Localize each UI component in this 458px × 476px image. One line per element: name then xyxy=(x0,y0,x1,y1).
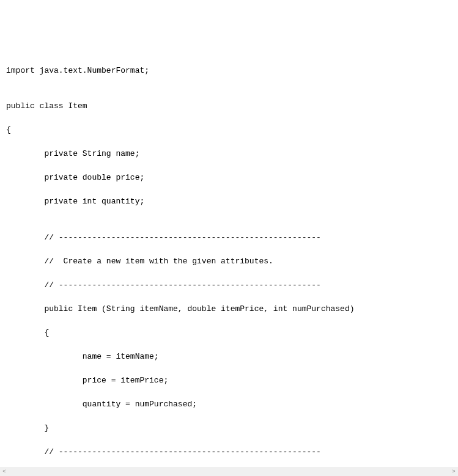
code-line: import java.text.NumberFormat; xyxy=(6,65,452,77)
code-line: quantity = numPurchased; xyxy=(6,398,452,411)
code-line: // -------------------------------------… xyxy=(6,446,452,458)
code-line: private String name; xyxy=(6,148,452,160)
scroll-track[interactable] xyxy=(9,468,449,476)
horizontal-scrollbar[interactable]: < > xyxy=(0,467,458,476)
code-editor-pane: import java.text.NumberFormat; public cl… xyxy=(6,53,452,476)
code-line: private int quantity; xyxy=(6,196,452,208)
code-line: name = itemName; xyxy=(6,351,452,363)
scroll-right-arrow-icon[interactable]: > xyxy=(449,468,458,477)
code-line: // -------------------------------------… xyxy=(6,232,452,244)
code-line: { xyxy=(6,124,452,136)
code-line: private double price; xyxy=(6,172,452,184)
code-line: { xyxy=(6,327,452,339)
code-line: price = itemPrice; xyxy=(6,375,452,387)
scroll-left-arrow-icon[interactable]: < xyxy=(0,468,9,477)
code-line: // Create a new item with the given attr… xyxy=(6,255,452,268)
code-line: public Item (String itemName, double ite… xyxy=(6,303,452,315)
code-line: public class Item xyxy=(6,100,452,112)
code-line: } xyxy=(6,422,452,434)
code-line: // -------------------------------------… xyxy=(6,279,452,291)
